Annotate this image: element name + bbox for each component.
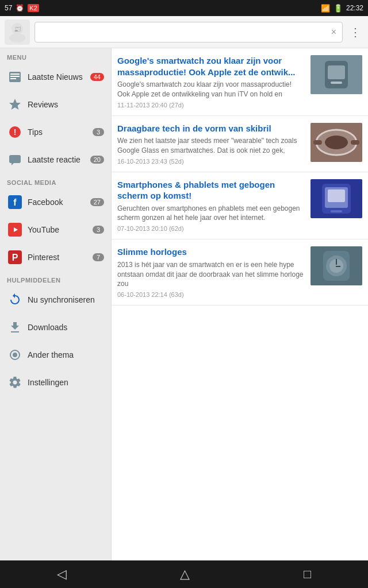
article-3-date: 07-10-2013 20:10 (62d) bbox=[117, 225, 306, 232]
alarm-icon: ⏰ bbox=[16, 4, 24, 12]
article-3-title: Smartphones & phablets met gebogen scher… bbox=[117, 179, 306, 202]
svg-rect-32 bbox=[328, 189, 345, 202]
tips-icon: ! bbox=[7, 124, 23, 140]
svg-point-26 bbox=[325, 136, 348, 149]
theme-icon bbox=[7, 347, 23, 363]
article-4-thumb bbox=[310, 246, 362, 285]
sidebar-item-tips[interactable]: ! Tips 3 bbox=[0, 118, 111, 146]
battery-icon: 🔋 bbox=[334, 4, 343, 13]
k2-icon: K2 bbox=[28, 4, 39, 12]
sidebar-label-youtube: YouTube bbox=[28, 225, 93, 234]
facebook-icon: f bbox=[7, 194, 23, 210]
search-bar: 📰 smartwatch × ⋮ bbox=[0, 16, 368, 48]
clear-button[interactable]: × bbox=[331, 27, 336, 37]
sidebar-label-tips: Tips bbox=[28, 127, 93, 137]
article-2-text: Draagbare tech in de vorm van skibril We… bbox=[117, 123, 306, 165]
search-input-container[interactable]: smartwatch × bbox=[34, 22, 343, 42]
laatste-nieuws-icon bbox=[7, 69, 23, 85]
sidebar-label-instellingen: Instellingen bbox=[28, 378, 104, 387]
article-2[interactable]: Draagbare tech in de vorm van skibril We… bbox=[112, 116, 368, 172]
badge-youtube: 3 bbox=[93, 226, 104, 234]
reactie-icon bbox=[7, 152, 23, 168]
article-3[interactable]: Smartphones & phablets met gebogen scher… bbox=[112, 172, 368, 240]
svg-marker-11 bbox=[12, 163, 14, 165]
svg-text:📰: 📰 bbox=[14, 25, 21, 33]
svg-point-19 bbox=[13, 353, 17, 357]
article-2-date: 16-10-2013 23:43 (52d) bbox=[117, 158, 306, 165]
svg-rect-22 bbox=[328, 65, 345, 79]
help-section-label: HULPMIDDELEN bbox=[0, 271, 111, 286]
wifi-icon: 📶 bbox=[321, 4, 330, 13]
sidebar-label-facebook: Facebook bbox=[28, 198, 90, 207]
content-area: Google's smartwatch zou klaar zijn voor … bbox=[112, 48, 368, 560]
sidebar: MENU Laatste Nieuws 44 Reviews ! Tips 3 bbox=[0, 48, 112, 560]
article-3-thumb bbox=[310, 179, 362, 218]
time-left: 57 bbox=[5, 4, 12, 12]
sidebar-item-synchroniseren[interactable]: Nu synchroniseren bbox=[0, 286, 111, 314]
sidebar-label-reactie: Laatste reactie bbox=[28, 155, 90, 164]
sidebar-item-facebook[interactable]: f Facebook 27 bbox=[0, 188, 111, 216]
svg-marker-7 bbox=[9, 99, 21, 110]
svg-rect-4 bbox=[10, 74, 20, 75]
sync-icon bbox=[7, 292, 23, 308]
svg-text:!: ! bbox=[14, 127, 17, 137]
badge-tips: 3 bbox=[93, 128, 104, 136]
svg-rect-5 bbox=[10, 76, 20, 77]
back-button[interactable]: ◁ bbox=[45, 562, 78, 586]
main-layout: MENU Laatste Nieuws 44 Reviews ! Tips 3 bbox=[0, 48, 368, 560]
svg-rect-23 bbox=[331, 82, 342, 84]
sidebar-label-reviews: Reviews bbox=[28, 100, 104, 109]
badge-pinterest: 7 bbox=[93, 253, 104, 261]
svg-rect-39 bbox=[336, 266, 340, 267]
app-logo: 📰 bbox=[5, 20, 30, 45]
article-1-snippet: Google's smartwatch zou klaar zijn voor … bbox=[117, 80, 306, 99]
article-3-text: Smartphones & phablets met gebogen scher… bbox=[117, 179, 306, 233]
bottom-nav: ◁ △ □ bbox=[0, 560, 368, 588]
home-button[interactable]: △ bbox=[168, 562, 201, 586]
sidebar-label-downloads: Downloads bbox=[28, 323, 104, 332]
sidebar-label-laatste-nieuws: Laatste Nieuws bbox=[28, 72, 90, 82]
sidebar-item-ander-thema[interactable]: Ander thema bbox=[0, 341, 111, 369]
article-4[interactable]: Slimme horloges 2013 is hét jaar van de … bbox=[112, 239, 368, 305]
sidebar-item-laatste-reactie[interactable]: Laatste reactie 20 bbox=[0, 146, 111, 173]
reviews-icon bbox=[7, 96, 23, 113]
social-section-label: SOCIAL MEDIA bbox=[0, 173, 111, 188]
downloads-icon bbox=[7, 319, 23, 335]
sidebar-item-youtube[interactable]: YouTube 3 bbox=[0, 216, 111, 243]
svg-rect-38 bbox=[336, 259, 337, 265]
sidebar-label-pinterest: Pinterest bbox=[28, 253, 93, 262]
article-1-date: 11-11-2013 20:40 (27d) bbox=[117, 102, 306, 109]
svg-point-1 bbox=[9, 33, 25, 42]
sidebar-item-pinterest[interactable]: P Pinterest 7 bbox=[0, 243, 111, 271]
article-4-snippet: 2013 is hét jaar van de smartwatch en er… bbox=[117, 260, 306, 289]
search-input[interactable]: smartwatch bbox=[41, 27, 331, 37]
svg-text:f: f bbox=[13, 198, 17, 207]
article-4-text: Slimme horloges 2013 is hét jaar van de … bbox=[117, 246, 306, 298]
badge-reactie: 20 bbox=[90, 156, 104, 164]
svg-rect-27 bbox=[313, 140, 322, 145]
badge-laatste-nieuws: 44 bbox=[90, 73, 104, 81]
status-right: 📶 🔋 22:32 bbox=[321, 4, 363, 13]
article-1[interactable]: Google's smartwatch zou klaar zijn voor … bbox=[112, 48, 368, 116]
menu-section-label: MENU bbox=[0, 48, 111, 63]
clock: 22:32 bbox=[346, 4, 363, 12]
sidebar-item-reviews[interactable]: Reviews bbox=[0, 91, 111, 118]
recent-button[interactable]: □ bbox=[292, 562, 323, 586]
sidebar-item-downloads[interactable]: Downloads bbox=[0, 314, 111, 341]
article-4-title: Slimme horloges bbox=[117, 246, 306, 258]
svg-rect-10 bbox=[9, 155, 21, 163]
status-left: 57 ⏰ K2 bbox=[5, 4, 39, 12]
sidebar-item-instellingen[interactable]: Instellingen bbox=[0, 369, 111, 396]
svg-rect-33 bbox=[331, 210, 342, 212]
article-1-text: Google's smartwatch zou klaar zijn voor … bbox=[117, 55, 306, 109]
overflow-menu-button[interactable]: ⋮ bbox=[347, 23, 363, 41]
sidebar-label-thema: Ander thema bbox=[28, 350, 104, 359]
youtube-icon bbox=[7, 222, 23, 238]
badge-facebook: 27 bbox=[90, 198, 104, 206]
status-bar: 57 ⏰ K2 📶 🔋 22:32 bbox=[0, 0, 368, 16]
sidebar-item-laatste-nieuws[interactable]: Laatste Nieuws 44 bbox=[0, 63, 111, 91]
article-4-date: 06-10-2013 22:14 (63d) bbox=[117, 291, 306, 298]
svg-rect-6 bbox=[10, 78, 16, 79]
pinterest-icon: P bbox=[7, 249, 23, 265]
article-2-snippet: We zien het laatste jaar steeds meer "we… bbox=[117, 136, 306, 156]
